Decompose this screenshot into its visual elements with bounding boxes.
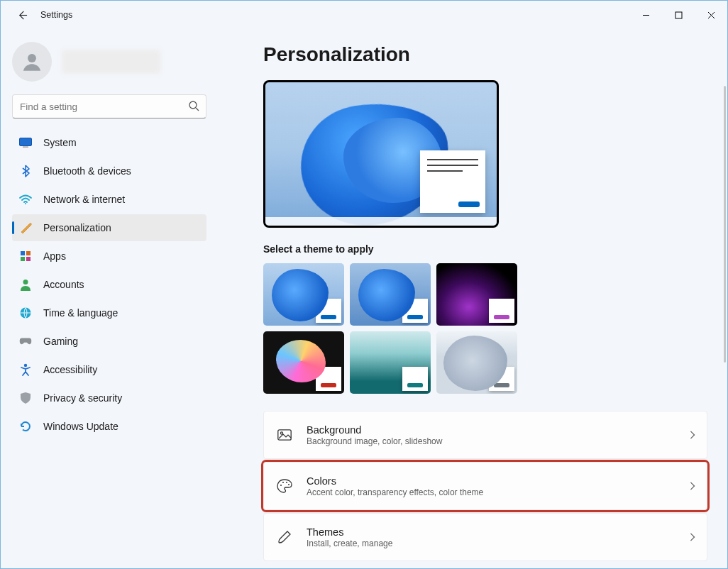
row-subtitle: Accent color, transparency effects, colo… <box>307 487 483 497</box>
desktop-preview[interactable] <box>263 80 499 228</box>
sidebar-item-network[interactable]: Network & internet <box>12 186 206 213</box>
sidebar-item-update[interactable]: Windows Update <box>12 413 206 440</box>
shield-icon <box>19 392 32 404</box>
svg-point-14 <box>280 432 282 434</box>
row-title: Colors <box>307 475 483 487</box>
svg-rect-3 <box>20 138 32 146</box>
search-field[interactable] <box>12 94 206 118</box>
sidebar-item-personalization[interactable]: Personalization <box>12 214 206 241</box>
svg-rect-7 <box>26 251 31 255</box>
nav-label: Network & internet <box>43 194 125 205</box>
row-title: Background <box>307 424 442 436</box>
sidebar-item-bluetooth[interactable]: Bluetooth & devices <box>12 158 206 184</box>
theme-tile-flow-light[interactable] <box>436 331 517 394</box>
nav-label: System <box>43 137 77 148</box>
svg-point-10 <box>23 280 28 284</box>
sidebar-item-accounts[interactable]: Accounts <box>12 271 206 298</box>
sidebar-item-apps[interactable]: Apps <box>12 243 206 270</box>
gamepad-icon <box>19 335 32 348</box>
theme-section-label: Select a theme to apply <box>263 243 707 255</box>
nav-label: Windows Update <box>43 421 118 432</box>
row-background[interactable]: Background Background image, color, slid… <box>263 411 707 459</box>
user-profile[interactable] <box>8 38 211 94</box>
svg-rect-4 <box>23 147 28 148</box>
user-name-redacted <box>62 50 161 74</box>
theme-tile-glow-dark[interactable] <box>436 263 517 326</box>
svg-point-17 <box>286 482 287 483</box>
update-icon <box>19 420 32 433</box>
picture-icon <box>277 427 292 443</box>
sidebar-item-time[interactable]: Time & language <box>12 299 206 326</box>
svg-point-12 <box>24 364 27 367</box>
close-button[interactable] <box>695 1 727 29</box>
nav-label: Gaming <box>43 336 78 347</box>
svg-rect-13 <box>278 430 291 440</box>
accessibility-icon <box>19 363 32 376</box>
svg-point-2 <box>189 101 197 109</box>
sidebar-item-gaming[interactable]: Gaming <box>12 328 206 355</box>
nav-label: Bluetooth & devices <box>43 165 131 177</box>
titlebar: Settings <box>1 1 727 29</box>
nav-list: System Bluetooth & devices Network & int… <box>8 128 211 441</box>
paintbrush-icon <box>19 221 32 234</box>
window-title: Settings <box>40 10 72 20</box>
svg-rect-0 <box>675 12 682 18</box>
svg-rect-8 <box>21 257 25 261</box>
sidebar-item-privacy[interactable]: Privacy & security <box>12 385 206 411</box>
preview-window-card <box>420 150 485 213</box>
page-title: Personalization <box>263 43 707 66</box>
sidebar-item-system[interactable]: System <box>12 129 206 156</box>
nav-label: Time & language <box>43 307 118 319</box>
avatar <box>12 42 52 82</box>
svg-rect-9 <box>26 257 31 261</box>
minimize-button[interactable] <box>629 1 662 29</box>
window-controls <box>629 1 727 29</box>
svg-point-5 <box>25 203 26 204</box>
sidebar-item-accessibility[interactable]: Accessibility <box>12 356 206 383</box>
brush-icon <box>277 529 292 545</box>
svg-point-1 <box>28 54 36 62</box>
nav-label: Apps <box>43 250 66 262</box>
theme-tile-abstract-dark[interactable] <box>263 331 344 394</box>
display-icon <box>19 136 32 149</box>
svg-point-16 <box>282 482 284 483</box>
nav-label: Accounts <box>43 279 84 290</box>
globe-clock-icon <box>19 306 32 319</box>
row-colors[interactable]: Colors Accent color, transparency effect… <box>263 462 707 510</box>
nav-label: Personalization <box>43 222 111 233</box>
svg-rect-6 <box>21 251 25 255</box>
row-title: Themes <box>307 526 392 538</box>
back-button[interactable] <box>15 8 29 22</box>
row-subtitle: Install, create, manage <box>307 538 392 548</box>
theme-grid <box>263 263 707 394</box>
settings-list: Background Background image, color, slid… <box>263 411 707 561</box>
theme-tile-bloom-light[interactable] <box>263 263 344 326</box>
palette-icon <box>277 478 292 494</box>
wifi-icon <box>19 193 32 206</box>
chevron-right-icon <box>690 482 695 490</box>
maximize-button[interactable] <box>662 1 695 29</box>
scrollbar[interactable] <box>724 86 726 363</box>
nav-label: Accessibility <box>43 364 97 375</box>
nav-label: Privacy & security <box>43 392 122 404</box>
content-area: Personalization Select a theme to apply … <box>214 29 727 568</box>
search-input[interactable] <box>12 94 206 118</box>
chevron-right-icon <box>690 533 695 541</box>
chevron-right-icon <box>690 431 695 439</box>
svg-point-15 <box>280 485 282 486</box>
theme-tile-landscape-teal[interactable] <box>350 331 431 394</box>
bluetooth-icon <box>19 165 32 177</box>
sidebar: System Bluetooth & devices Network & int… <box>1 29 214 568</box>
preview-taskbar <box>265 217 497 226</box>
svg-point-18 <box>288 484 289 485</box>
theme-tile-bloom-blue[interactable] <box>350 263 431 326</box>
row-themes[interactable]: Themes Install, create, manage <box>263 513 707 561</box>
row-subtitle: Background image, color, slideshow <box>307 436 442 446</box>
person-icon <box>19 278 32 291</box>
apps-icon <box>19 250 32 263</box>
search-icon <box>188 100 199 111</box>
